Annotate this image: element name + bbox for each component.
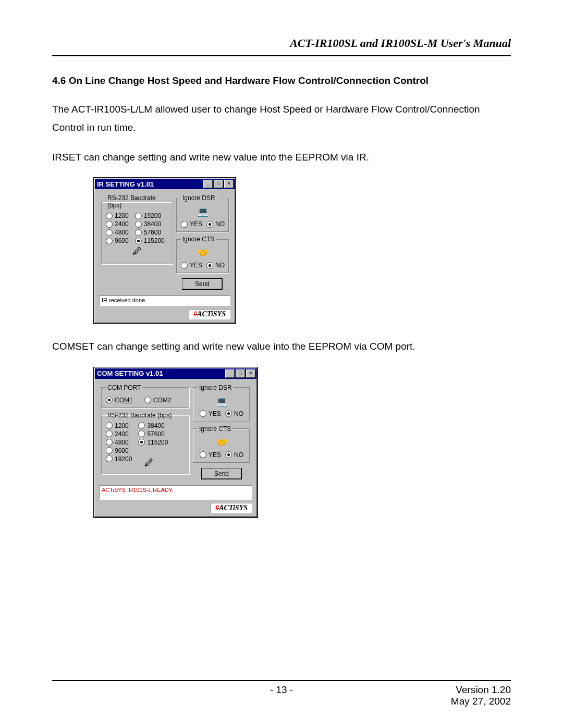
irset-cts-yes[interactable]: YES [181,262,202,269]
comset-brand: #ACTiSYS [95,503,256,516]
radio-9600[interactable]: 9600 [106,447,132,454]
irset-brand: #ACTiSYS [95,309,235,323]
irset-dsr-group: Ignore DSR 💻 YES NO [176,194,229,232]
radio-4800[interactable]: 4800 [106,229,129,236]
comset-cts-legend: Ignore CTS [198,425,232,433]
comset-send-button[interactable]: Send [202,468,241,479]
irset-dsr-yes[interactable]: YES [181,220,202,228]
comset-cts-group: Ignore CTS 🤝 YES NO [193,425,250,463]
cts-icon: 🤝 [214,436,229,449]
irset-titlebar[interactable]: IR SETTING v1.01 _ □ × [95,179,235,189]
minimize-button[interactable]: _ [203,180,213,188]
radio-38400[interactable]: 38400 [138,422,168,429]
irset-cts-group: Ignore CTS 🤝 YES NO [176,236,229,274]
paragraph-2: IRSET can change setting and write new v… [52,148,511,166]
irset-baud-legend: RS-232 Baudrate (bps) [106,194,168,209]
page-number: - 13 - [146,684,417,707]
radio-115200[interactable]: 115200 [138,439,168,446]
minimize-button[interactable]: _ [225,369,235,378]
radio-com1[interactable]: COM1 [106,397,133,404]
comset-baud-col-right: 38400 57600 115200 🖉 [138,422,168,470]
section-heading: 4.6 On Line Change Host Speed and Hardwa… [52,75,511,87]
comset-dsr-legend: Ignore DSR [198,384,234,391]
comset-dialog: COM SETTING v1.01 _ □ × COM PORT COM1 CO… [94,367,258,517]
comset-cts-yes[interactable]: YES [200,451,221,459]
page-footer: - 13 - Version 1.20 May 27, 2002 [52,681,511,707]
radio-57600[interactable]: 57600 [138,430,168,438]
irset-status: IR received done. [99,295,230,306]
irset-baud-group: RS-232 Baudrate (bps) 1200 2400 4800 960… [101,194,173,265]
maximize-button[interactable]: □ [236,369,245,378]
cts-icon: 🤝 [195,246,211,260]
manual-title: ACT-IR100SL and IR100SL-M User's Manual [52,36,511,52]
dsr-icon: 💻 [195,205,211,218]
radio-1200[interactable]: 1200 [106,212,129,219]
footer-date: May 27, 2002 [417,696,511,707]
paragraph-3: COMSET can change setting and write new … [52,337,511,355]
close-button[interactable]: × [224,180,234,188]
comset-title: COM SETTING v1.01 [97,369,225,377]
radio-1200[interactable]: 1200 [106,422,132,429]
comset-titlebar[interactable]: COM SETTING v1.01 _ □ × [95,368,256,379]
irset-dsr-legend: Ignore DSR [181,194,217,202]
baud-icon: 🖉 [129,244,145,258]
comset-port-legend: COM PORT [106,384,142,391]
dsr-icon: 💻 [214,394,229,408]
comset-dsr-yes[interactable]: YES [200,410,221,417]
comset-baud-col-left: 1200 2400 4800 9600 19200 [106,422,132,470]
radio-9600[interactable]: 9600 [106,237,129,244]
close-button[interactable]: × [246,369,255,378]
radio-38400[interactable]: 38400 [135,220,165,228]
irset-baud-col-left: 1200 2400 4800 9600 [106,212,129,244]
irset-baud-col-right: 19200 38400 57600 115200 [135,212,165,244]
baud-icon: 🖉 [141,456,157,470]
comset-baud-legend: RS-232 Baudrate (bps) [106,412,173,419]
radio-19200[interactable]: 19200 [135,212,165,219]
radio-19200[interactable]: 19200 [106,455,132,463]
comset-cts-no[interactable]: NO [225,451,243,459]
irset-title: IR SETTING v1.01 [97,180,203,188]
maximize-button[interactable]: □ [214,180,223,188]
irset-dsr-no[interactable]: NO [206,220,225,228]
comset-port-group: COM PORT COM1 COM2 [101,384,190,409]
irset-send-button[interactable]: Send [182,279,222,289]
irset-dialog: IR SETTING v1.01 _ □ × RS-232 Baudrate (… [94,178,236,324]
header-divider [52,55,511,56]
radio-2400[interactable]: 2400 [106,430,132,438]
paragraph-1: The ACT-IR100S-L/LM allowed user to chan… [52,100,511,137]
radio-4800[interactable]: 4800 [106,439,132,446]
radio-115200[interactable]: 115200 [135,237,165,244]
radio-57600[interactable]: 57600 [135,229,165,236]
comset-status: ACTiSYS IR100S-L READY. [99,485,252,500]
radio-2400[interactable]: 2400 [106,220,129,228]
irset-cts-legend: Ignore CTS [181,236,216,243]
comset-baud-group: RS-232 Baudrate (bps) 1200 2400 4800 960… [101,412,190,475]
comset-dsr-group: Ignore DSR 💻 YES NO [193,384,250,422]
radio-com2[interactable]: COM2 [144,397,172,404]
comset-dsr-no[interactable]: NO [225,410,243,417]
irset-cts-no[interactable]: NO [206,262,225,269]
footer-version: Version 1.20 [417,684,511,696]
